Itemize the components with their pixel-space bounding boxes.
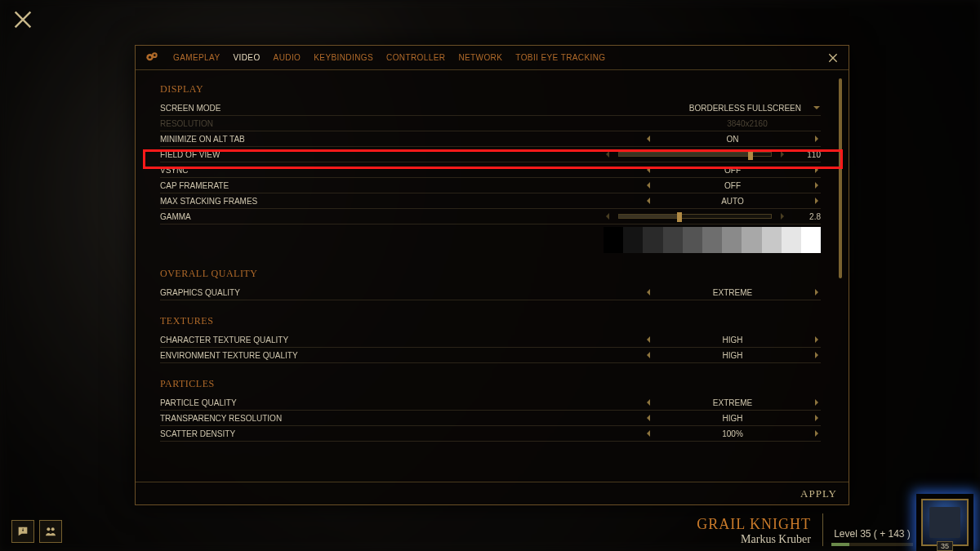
tab-video[interactable]: VIDEO xyxy=(233,53,260,62)
row-minimize-alt-tab[interactable]: MINIMIZE ON ALT TAB ON xyxy=(160,131,821,147)
resolution-value: 3840x2160 xyxy=(674,119,821,128)
arrow-left-icon[interactable] xyxy=(644,181,653,189)
fov-slider[interactable] xyxy=(618,152,772,157)
svg-point-7 xyxy=(51,527,55,531)
arrow-left-icon[interactable] xyxy=(604,212,612,220)
arrow-left-icon[interactable] xyxy=(644,166,653,174)
row-vsync[interactable]: VSYNC OFF xyxy=(160,162,821,178)
arrow-right-icon[interactable] xyxy=(813,335,821,344)
arrow-left-icon[interactable] xyxy=(644,135,653,143)
label: SCATTER DENSITY xyxy=(160,429,491,438)
row-max-stacking-frames[interactable]: MAX STACKING FRAMES AUTO xyxy=(160,193,821,209)
value: OFF xyxy=(659,181,806,190)
value: HIGH xyxy=(659,335,806,344)
arrow-right-icon[interactable] xyxy=(813,429,821,438)
arrow-left-icon[interactable] xyxy=(644,335,653,344)
label: TRANSPARENCY RESOLUTION xyxy=(160,414,491,423)
row-resolution: RESOLUTION 3840x2160 xyxy=(160,116,821,131)
label: GRAPHICS QUALITY xyxy=(160,288,491,297)
arrow-right-icon[interactable] xyxy=(813,288,821,296)
portrait-wrap[interactable]: 35 xyxy=(921,499,969,546)
character-badge: GRAIL KNIGHT Markus Kruber Level 35 ( + … xyxy=(697,499,969,546)
row-field-of-view[interactable]: FIELD OF VIEW 110 xyxy=(160,147,821,162)
svg-point-3 xyxy=(154,54,156,56)
row-transparency-resolution[interactable]: TRANSPARENCY RESOLUTION HIGH xyxy=(160,411,821,426)
fov-value: 110 xyxy=(793,150,821,159)
row-env-texture[interactable]: ENVIRONMENT TEXTURE QUALITY HIGH xyxy=(160,348,821,363)
arrow-right-icon[interactable] xyxy=(813,166,821,174)
settings-panel: GAMEPLAY VIDEO AUDIO KEYBINDINGS CONTROL… xyxy=(135,45,849,505)
value: 100% xyxy=(659,429,806,438)
arrow-right-icon[interactable] xyxy=(778,212,786,220)
row-graphics-quality[interactable]: GRAPHICS QUALITY EXTREME xyxy=(160,285,821,300)
social-button[interactable] xyxy=(39,520,62,543)
label: RESOLUTION xyxy=(160,119,491,128)
label: MINIMIZE ON ALT TAB xyxy=(160,135,491,144)
arrow-left-icon[interactable] xyxy=(644,398,653,407)
character-title: GRAIL KNIGHT xyxy=(697,516,811,533)
scrollbar[interactable] xyxy=(839,78,842,278)
settings-content: DISPLAY SCREEN MODE BORDERLESS FULLSCREE… xyxy=(136,70,849,482)
label: MAX STACKING FRAMES xyxy=(160,197,491,206)
value: OFF xyxy=(659,166,806,175)
arrow-left-icon[interactable] xyxy=(644,351,653,359)
label: FIELD OF VIEW xyxy=(160,150,491,159)
arrow-right-icon[interactable] xyxy=(813,351,821,359)
arrow-right-icon[interactable] xyxy=(778,150,786,158)
tab-keybindings[interactable]: KEYBINDINGS xyxy=(314,53,373,62)
tab-audio[interactable]: AUDIO xyxy=(274,53,301,62)
arrow-right-icon[interactable] xyxy=(813,135,821,143)
row-gamma[interactable]: GAMMA 2.8 xyxy=(160,209,821,224)
section-display: DISPLAY xyxy=(160,83,821,96)
label: ENVIRONMENT TEXTURE QUALITY xyxy=(160,351,491,360)
arrow-left-icon[interactable] xyxy=(604,150,612,158)
svg-point-6 xyxy=(47,527,50,531)
svg-text:!: ! xyxy=(22,527,24,532)
screen-mode-value[interactable]: BORDERLESS FULLSCREEN xyxy=(659,104,806,113)
label: CAP FRAMERATE xyxy=(160,181,491,190)
panel-header: GAMEPLAY VIDEO AUDIO KEYBINDINGS CONTROL… xyxy=(136,46,849,70)
section-overall-quality: OVERALL QUALITY xyxy=(160,268,821,280)
tab-controller[interactable]: CONTROLLER xyxy=(386,53,445,62)
row-scatter-density[interactable]: SCATTER DENSITY 100% xyxy=(160,426,821,442)
arrow-left-icon[interactable] xyxy=(644,429,653,438)
character-name: Markus Kruber xyxy=(697,533,811,546)
arrow-right-icon[interactable] xyxy=(813,398,821,407)
character-portrait[interactable] xyxy=(921,499,969,546)
value: ON xyxy=(659,135,806,144)
label: SCREEN MODE xyxy=(160,104,491,113)
gamma-value: 2.8 xyxy=(793,212,821,221)
level-box: Level 35 ( + 143 ) xyxy=(831,528,913,546)
level-text: Level 35 ( + 143 ) xyxy=(831,528,913,540)
tab-gameplay[interactable]: GAMEPLAY xyxy=(173,53,220,62)
section-textures: TEXTURES xyxy=(160,315,821,327)
row-particle-quality[interactable]: PARTICLE QUALITY EXTREME xyxy=(160,395,821,411)
section-particles: PARTICLES xyxy=(160,378,821,390)
label: VSYNC xyxy=(160,166,491,175)
label: CHARACTER TEXTURE QUALITY xyxy=(160,335,491,344)
tab-tobii[interactable]: TOBII EYE TRACKING xyxy=(515,53,605,62)
arrow-right-icon[interactable] xyxy=(813,414,821,422)
value: EXTREME xyxy=(659,288,806,297)
panel-close-button[interactable] xyxy=(826,51,840,65)
label: GAMMA xyxy=(160,212,491,221)
arrow-right-icon[interactable] xyxy=(813,181,821,189)
xp-bar xyxy=(831,543,913,546)
divider xyxy=(822,513,823,546)
arrow-left-icon[interactable] xyxy=(644,197,653,205)
label: PARTICLE QUALITY xyxy=(160,398,491,407)
tab-network[interactable]: NETWORK xyxy=(458,53,502,62)
row-cap-framerate[interactable]: CAP FRAMERATE OFF xyxy=(160,178,821,193)
arrow-left-icon[interactable] xyxy=(644,414,653,422)
arrow-right-icon[interactable] xyxy=(813,197,821,205)
close-overlay-button[interactable] xyxy=(10,7,36,33)
gamma-slider[interactable] xyxy=(618,214,772,219)
arrow-left-icon[interactable] xyxy=(644,288,653,296)
row-char-texture[interactable]: CHARACTER TEXTURE QUALITY HIGH xyxy=(160,332,821,348)
portrait-level: 35 xyxy=(937,541,953,551)
chat-button[interactable]: ! xyxy=(11,520,34,543)
chevron-down-icon[interactable] xyxy=(813,104,821,112)
value: EXTREME xyxy=(659,398,806,407)
row-screen-mode[interactable]: SCREEN MODE BORDERLESS FULLSCREEN xyxy=(160,100,821,116)
chat-buttons: ! xyxy=(11,520,62,543)
